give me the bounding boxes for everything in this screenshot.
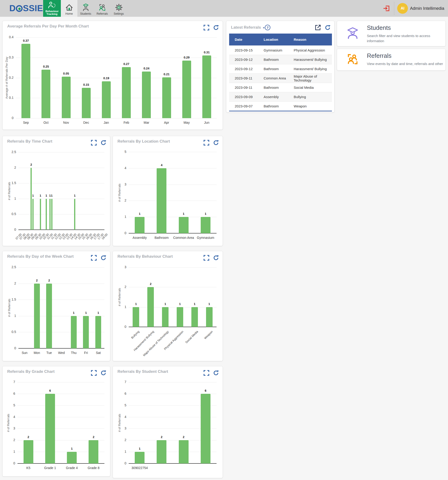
bar[interactable] (147, 287, 154, 327)
bar[interactable] (182, 61, 191, 118)
x-category-label: Wed (55, 351, 68, 355)
bar[interactable] (191, 307, 198, 327)
bar[interactable] (67, 452, 77, 463)
bar[interactable] (89, 440, 98, 463)
bar[interactable] (177, 307, 183, 327)
card-referrals-by-behaviour: Referrals By Behaviour Chart # of Referr… (113, 251, 223, 361)
shortcut-text: Students Search filter and view students… (367, 24, 442, 43)
x-category-label: Fri (80, 351, 92, 355)
x-category-label: Sep (16, 121, 36, 124)
nav-tab-behaviour-tracking[interactable]: Behaviour Tracking (43, 0, 61, 17)
fullscreen-icon[interactable] (91, 255, 97, 261)
bar[interactable] (23, 440, 33, 463)
refresh-icon[interactable] (324, 24, 331, 31)
y-tick-label: 7 (115, 380, 126, 384)
bar[interactable] (162, 77, 171, 118)
bar-value-label: 0.15 (83, 83, 89, 86)
bar[interactable] (162, 307, 169, 327)
x-category-label: Grade 4 (61, 466, 83, 470)
nav-tab-students[interactable]: Students (77, 0, 94, 17)
fullscreen-icon[interactable] (203, 255, 210, 261)
open-in-new-icon[interactable] (315, 24, 321, 31)
bar[interactable] (46, 283, 52, 348)
students-icon (82, 3, 90, 11)
bar[interactable] (133, 307, 139, 327)
bar[interactable] (32, 199, 34, 230)
nav-tab-home[interactable]: Home (61, 0, 77, 17)
home-icon (65, 3, 73, 11)
fullscreen-icon[interactable] (91, 370, 97, 376)
table-row[interactable]: 2023-09-12BathroomHarassment/ Bullying (229, 64, 332, 74)
table-row[interactable]: 2023-09-09AssemblyBullying (229, 92, 332, 102)
shortcut-text: Referrals View events by date and time, … (367, 52, 442, 66)
table-row[interactable]: 2023-09-15GymnasiumPhysical Aggression (229, 46, 332, 55)
x-category-label: Grade 1 (39, 466, 61, 470)
bar[interactable] (135, 217, 144, 233)
avatar-initials: AI (401, 6, 405, 10)
shortcut-card-students[interactable]: Students Search filter and view students… (337, 21, 446, 46)
y-tick-label: 0.5 (5, 330, 16, 334)
refresh-icon[interactable] (213, 140, 219, 146)
fullscreen-icon[interactable] (203, 24, 210, 31)
refresh-icon[interactable] (100, 370, 107, 376)
bar[interactable] (122, 67, 131, 118)
bar-value-label: 1 (51, 194, 53, 197)
bar[interactable] (179, 217, 189, 233)
bar[interactable] (34, 283, 40, 348)
y-tick-label: 0 (2, 116, 14, 120)
refresh-icon[interactable] (100, 255, 107, 261)
bar[interactable] (71, 316, 77, 348)
bar-value-label: 2 (93, 435, 94, 439)
logout-icon[interactable] (383, 5, 390, 12)
y-tick-label: 3 (115, 265, 126, 269)
bar[interactable] (201, 217, 211, 233)
nav-tab-settings[interactable]: Settings (110, 0, 127, 17)
refresh-icon[interactable] (213, 255, 219, 261)
bar[interactable] (201, 394, 211, 463)
table-row[interactable]: 2023-09-11Common AreaMajor Abuse of Tech… (229, 74, 332, 83)
bar-value-label: 0.19 (103, 77, 109, 80)
refresh-icon[interactable] (213, 24, 219, 31)
bar[interactable] (135, 452, 144, 463)
bar[interactable] (62, 77, 71, 118)
y-tick-label: 5 (115, 150, 126, 154)
table-row[interactable]: 2023-09-07BathroomWeapon (229, 102, 332, 111)
bar[interactable] (83, 316, 89, 348)
bar[interactable] (102, 81, 111, 118)
bar[interactable] (51, 199, 52, 230)
bar[interactable] (50, 199, 50, 230)
table-row[interactable]: 2023-09-12BathroomHarassment/ Bullying (229, 55, 332, 64)
refresh-icon[interactable] (213, 370, 219, 376)
nav-label: Students (80, 12, 91, 15)
bar[interactable] (206, 307, 213, 327)
card-title: Referrals By Behaviour Chart (117, 254, 173, 259)
bar[interactable] (95, 316, 101, 348)
bar-value-label: 1 (208, 302, 210, 306)
bar[interactable] (82, 88, 91, 118)
bar[interactable] (46, 199, 47, 230)
bar[interactable] (179, 440, 189, 463)
bar[interactable] (74, 199, 75, 230)
bar[interactable] (40, 199, 41, 230)
bar-value-label: 0.37 (23, 39, 29, 42)
x-category-label: Jan (96, 121, 116, 124)
bar[interactable] (157, 440, 166, 463)
bar[interactable] (45, 394, 55, 463)
bar[interactable] (202, 56, 211, 118)
nav-tab-referrals[interactable]: Referrals (94, 0, 110, 17)
avatar[interactable]: AI (397, 3, 408, 14)
gridline (129, 327, 217, 327)
bar[interactable] (142, 71, 151, 118)
user-name[interactable]: Admin Intellimedia (410, 0, 444, 17)
fullscreen-icon[interactable] (203, 140, 210, 146)
bar[interactable] (157, 168, 166, 233)
fullscreen-icon[interactable] (203, 370, 210, 376)
refresh-icon[interactable] (100, 140, 107, 146)
table-row[interactable]: 2023-09-11BathroomSocial Media (229, 83, 332, 92)
shortcut-card-referrals[interactable]: Referrals View events by date and time, … (337, 49, 446, 71)
bar[interactable] (21, 44, 30, 118)
bar[interactable] (30, 168, 32, 230)
y-tick-label: 0 (5, 228, 16, 231)
bar[interactable] (42, 70, 50, 118)
fullscreen-icon[interactable] (91, 140, 97, 146)
